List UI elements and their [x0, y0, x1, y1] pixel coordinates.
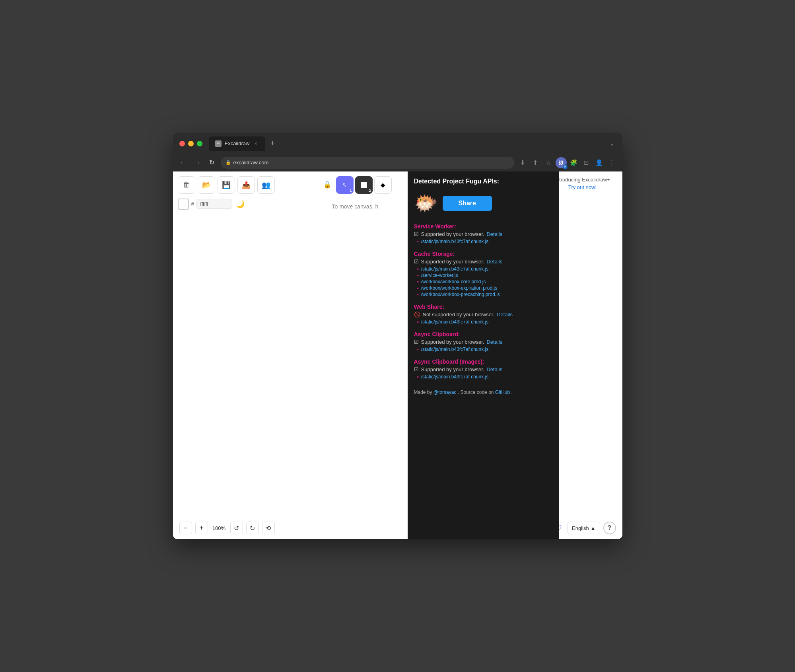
- footer-source-text: . Source code on: [458, 390, 495, 395]
- ws-file-0[interactable]: /static/js/main.b43fc7af.chunk.js: [417, 319, 552, 325]
- cs-status-text: Supported by your browser.: [421, 259, 484, 265]
- service-worker-name: Service Worker:: [414, 223, 552, 230]
- forward-button[interactable]: →: [192, 157, 203, 168]
- browser-window: ✏ Excalidraw × + ⌄ ← → ↻ 🔒 excalidraw.co…: [173, 133, 622, 539]
- pufferfish-logo: 🐡: [414, 191, 438, 215]
- hash-sign: #: [191, 201, 194, 207]
- traffic-lights: [179, 141, 202, 146]
- active-tab[interactable]: ✏ Excalidraw ×: [209, 136, 266, 151]
- collab-tool[interactable]: 👥: [257, 176, 275, 194]
- profile-button[interactable]: 🖼 9: [556, 157, 567, 168]
- tab-favicon: ✏: [215, 140, 222, 147]
- help-button[interactable]: ?: [603, 522, 616, 534]
- service-worker-status: ☑ Supported by your browser. Details: [414, 231, 552, 237]
- cs-file-2[interactable]: /workbox/workbox-core.prod.js: [417, 279, 552, 284]
- tab-dropdown-button[interactable]: ⌄: [608, 139, 616, 148]
- cs-details-link[interactable]: Details: [486, 259, 502, 265]
- close-button[interactable]: [179, 141, 185, 146]
- ac-details-link[interactable]: Details: [486, 339, 502, 345]
- undo-button[interactable]: ↺: [230, 522, 243, 534]
- web-share-name: Web Share:: [414, 304, 552, 310]
- redo-button[interactable]: ↻: [246, 522, 259, 534]
- aci-status-text: Supported by your browser.: [421, 366, 484, 372]
- check-icon-cs: ☑: [414, 259, 419, 265]
- service-worker-section: Service Worker: ☑ Supported by your brow…: [414, 223, 552, 244]
- footer-author-link[interactable]: @tomayac: [433, 390, 457, 395]
- cs-file-4[interactable]: /workbox/workbox-precaching.prod.js: [417, 292, 552, 297]
- footer-github-link[interactable]: GitHub: [495, 390, 510, 395]
- language-selector[interactable]: English ▲: [568, 522, 600, 534]
- extensions-button[interactable]: 🧩: [568, 157, 579, 168]
- bookmark-button[interactable]: ☆: [543, 157, 554, 168]
- account-button[interactable]: 👤: [594, 157, 605, 168]
- async-clipboard-section: Async Clipboard: ☑ Supported by your bro…: [414, 331, 552, 352]
- check-icon-aci: ☑: [414, 366, 419, 372]
- split-view-button[interactable]: ⊡: [581, 157, 592, 168]
- zoom-in-button[interactable]: +: [195, 522, 208, 534]
- color-swatch[interactable]: [178, 199, 189, 210]
- fugu-title: Detected Project Fugu APIs:: [414, 178, 552, 185]
- minimize-button[interactable]: [188, 141, 194, 146]
- delete-tool[interactable]: 🗑: [178, 176, 195, 194]
- tab-title: Excalidraw: [225, 140, 250, 146]
- app-content: 🗑 📂 💾 📤 👥 # 🌙 🔓 ↖ 1 2: [173, 171, 622, 539]
- ws-details-link[interactable]: Details: [497, 312, 513, 317]
- cache-storage-name: Cache Storage:: [414, 251, 552, 257]
- profile-icon: 🖼: [559, 160, 564, 166]
- cache-storage-status: ☑ Supported by your browser. Details: [414, 259, 552, 265]
- fugu-popup: Detected Project Fugu APIs: 🐡 Share Serv…: [408, 171, 559, 539]
- back-button[interactable]: ←: [178, 157, 189, 168]
- rect-tool[interactable]: 2: [355, 176, 373, 194]
- url-bar[interactable]: 🔒 excalidraw.com: [221, 157, 514, 169]
- aci-file-0[interactable]: /static/js/main.b43fc7af.chunk.js: [417, 374, 552, 380]
- sw-details-link[interactable]: Details: [486, 231, 502, 237]
- rect-icon: [361, 182, 367, 188]
- zoom-level[interactable]: 100%: [211, 525, 227, 531]
- title-bar: ✏ Excalidraw × + ⌄: [173, 133, 622, 154]
- share-button[interactable]: Share: [443, 196, 492, 211]
- reset-button[interactable]: ⟲: [262, 522, 275, 534]
- aci-details-link[interactable]: Details: [486, 366, 502, 372]
- zoom-out-button[interactable]: −: [179, 522, 192, 534]
- maximize-button[interactable]: [197, 141, 202, 146]
- refresh-button[interactable]: ↻: [206, 157, 218, 168]
- export-tool[interactable]: 📤: [237, 176, 255, 194]
- more-options-button[interactable]: ⋮: [606, 157, 618, 168]
- footer-made-by: Made by: [414, 390, 433, 395]
- check-icon-sw: ☑: [414, 231, 419, 237]
- dark-mode-button[interactable]: 🌙: [235, 199, 246, 210]
- tab-close-button[interactable]: ×: [253, 140, 259, 147]
- async-clipboard-images-name: Async Clipboard (Images):: [414, 358, 552, 365]
- fugu-logo-row: 🐡 Share: [414, 191, 552, 215]
- ac-file-0[interactable]: /static/js/main.b43fc7af.chunk.js: [417, 347, 552, 352]
- web-share-status: 🚫 Not supported by your browser. Details: [414, 312, 552, 317]
- drawing-tools: 🔓 ↖ 1 2 ◆: [320, 176, 392, 194]
- diamond-tool[interactable]: ◆: [374, 176, 392, 194]
- lock-tool[interactable]: 🔓: [320, 178, 334, 192]
- cache-storage-section: Cache Storage: ☑ Supported by your brows…: [414, 251, 552, 297]
- cs-file-0[interactable]: /static/js/main.b43fc7af.chunk.js: [417, 266, 552, 272]
- new-tab-button[interactable]: +: [267, 138, 278, 149]
- share-page-button[interactable]: ⬆: [530, 157, 541, 168]
- left-toolbar: 🗑 📂 💾 📤 👥 # 🌙: [173, 171, 320, 539]
- sw-status-text: Supported by your browser.: [421, 231, 484, 237]
- save-tool[interactable]: 💾: [218, 176, 235, 194]
- nav-actions: ⬇ ⬆ ☆ 🖼 9 🧩 ⊡ 👤 ⋮: [517, 157, 618, 168]
- cursor-icon: ↖: [342, 181, 347, 189]
- sw-file-0[interactable]: /static/js/main.b43fc7af.chunk.js: [417, 239, 552, 244]
- check-icon-ac: ☑: [414, 339, 419, 345]
- intro-text: Introducing Excalidraw+: [555, 177, 610, 183]
- async-clipboard-status: ☑ Supported by your browser. Details: [414, 339, 552, 345]
- cursor-badge: 1: [350, 189, 352, 193]
- canvas-hint: To move canvas, h: [332, 203, 379, 210]
- cs-file-3[interactable]: /workbox/workbox-expiration.prod.js: [417, 285, 552, 291]
- cs-file-1[interactable]: /service-worker.js: [417, 273, 552, 278]
- color-row: # 🌙: [178, 199, 315, 210]
- cursor-tool[interactable]: ↖ 1: [336, 176, 354, 194]
- try-now-link[interactable]: Try out now!: [568, 184, 597, 190]
- open-tool[interactable]: 📂: [198, 176, 215, 194]
- download-button[interactable]: ⬇: [517, 157, 529, 168]
- excalidraw-plus-intro: Introducing Excalidraw+: [549, 176, 616, 183]
- color-input[interactable]: [196, 199, 232, 209]
- async-clipboard-name: Async Clipboard:: [414, 331, 552, 337]
